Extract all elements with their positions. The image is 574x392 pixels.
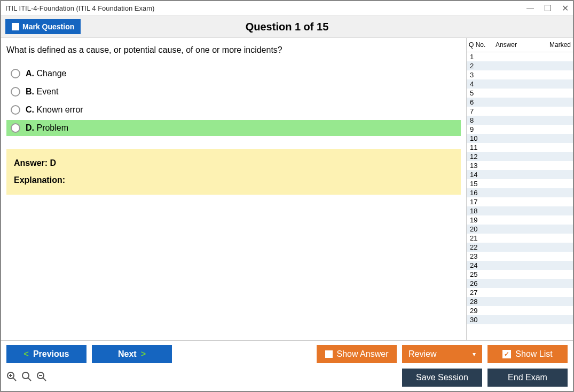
- question-list-row[interactable]: 13: [467, 161, 573, 170]
- option-label: A. Change: [26, 69, 67, 78]
- question-list-row[interactable]: 4: [467, 79, 573, 89]
- question-number: 21: [470, 234, 486, 242]
- question-list-row[interactable]: 3: [467, 70, 573, 79]
- question-number: 27: [470, 289, 486, 297]
- question-number: 4: [470, 80, 486, 88]
- question-list-row[interactable]: 30: [467, 315, 573, 324]
- answer-option[interactable]: A. Change: [6, 66, 461, 82]
- question-list-row[interactable]: 15: [467, 179, 573, 188]
- explanation-label: Explanation:: [14, 175, 453, 185]
- question-list-row[interactable]: 16: [467, 188, 573, 197]
- review-dropdown[interactable]: Review ▾: [402, 345, 482, 363]
- question-number: 20: [470, 225, 486, 233]
- svg-point-4: [22, 372, 29, 379]
- question-number: 18: [470, 207, 486, 215]
- previous-button[interactable]: < Previous: [6, 345, 87, 363]
- end-exam-button[interactable]: End Exam: [487, 369, 568, 387]
- answer-option[interactable]: D. Problem: [6, 120, 461, 136]
- window-title: ITIL ITIL-4-Foundation (ITIL 4 Foundatio…: [5, 4, 154, 12]
- show-answer-label: Show Answer: [337, 349, 389, 359]
- question-number: 24: [470, 261, 486, 269]
- review-label: Review: [408, 349, 436, 359]
- question-number: 14: [470, 171, 486, 179]
- show-list-checkbox-icon: ✓: [502, 350, 511, 358]
- question-list-row[interactable]: 10: [467, 134, 573, 143]
- question-list-row[interactable]: 21: [467, 234, 573, 243]
- question-list-row[interactable]: 25: [467, 270, 573, 279]
- question-list-row[interactable]: 29: [467, 306, 573, 315]
- question-list-row[interactable]: 24: [467, 261, 573, 270]
- titlebar: ITIL ITIL-4-Foundation (ITIL 4 Foundatio…: [1, 1, 573, 15]
- show-answer-button[interactable]: Show Answer: [317, 345, 397, 363]
- question-panel: What is defined as a cause, or potential…: [1, 38, 466, 340]
- show-list-button[interactable]: ✓ Show List: [487, 345, 568, 363]
- next-label: Next: [118, 349, 137, 359]
- show-list-label: Show List: [515, 349, 552, 359]
- question-list-row[interactable]: 27: [467, 288, 573, 297]
- question-heading: Question 1 of 15: [246, 21, 329, 33]
- question-list-row[interactable]: 23: [467, 252, 573, 261]
- question-list-row[interactable]: 18: [467, 206, 573, 215]
- question-list-row[interactable]: 19: [467, 215, 573, 225]
- question-list-row[interactable]: 17: [467, 197, 573, 206]
- next-button[interactable]: Next >: [92, 345, 172, 363]
- question-list-row[interactable]: 14: [467, 170, 573, 179]
- question-number: 26: [470, 279, 486, 287]
- end-exam-label: End Exam: [508, 373, 547, 382]
- col-answer: Answer: [496, 41, 544, 49]
- radio-icon: [11, 69, 20, 78]
- app-window: ITIL ITIL-4-Foundation (ITIL 4 Foundatio…: [0, 0, 574, 392]
- question-list-row[interactable]: 5: [467, 89, 573, 98]
- col-marked: Marked: [544, 41, 571, 49]
- radio-icon: [11, 87, 20, 97]
- question-list-header: Q No. Answer Marked: [467, 38, 573, 52]
- question-list-row[interactable]: 12: [467, 152, 573, 161]
- question-number: 10: [470, 134, 486, 142]
- option-label: B. Event: [26, 87, 58, 97]
- option-label: D. Problem: [26, 123, 68, 133]
- bottom-row-1: < Previous Next > Show Answer Review ▾ ✓…: [6, 345, 568, 363]
- question-list-row[interactable]: 11: [467, 143, 573, 152]
- zoom-in-icon[interactable]: [6, 371, 17, 385]
- question-list-row[interactable]: 6: [467, 98, 573, 107]
- question-number: 8: [470, 116, 486, 124]
- question-number: 2: [470, 62, 486, 70]
- caret-down-icon: ▾: [473, 350, 476, 358]
- question-list-row[interactable]: 8: [467, 116, 573, 125]
- bottom-bar: < Previous Next > Show Answer Review ▾ ✓…: [1, 340, 573, 391]
- save-session-button[interactable]: Save Session: [402, 369, 482, 387]
- answer-explanation-box: Answer: D Explanation:: [6, 149, 461, 195]
- minimize-icon[interactable]: [526, 4, 534, 13]
- question-number: 13: [470, 162, 486, 170]
- svg-line-1: [13, 378, 16, 381]
- question-number: 30: [470, 316, 486, 324]
- question-list-row[interactable]: 28: [467, 297, 573, 306]
- question-list-row[interactable]: 9: [467, 125, 573, 134]
- mark-question-checkbox-icon: [12, 23, 19, 30]
- question-text: What is defined as a cause, or potential…: [6, 45, 461, 55]
- mark-question-button[interactable]: Mark Question: [5, 19, 81, 34]
- answer-option[interactable]: B. Event: [6, 84, 461, 100]
- zoom-controls: [6, 371, 47, 385]
- zoom-reset-icon[interactable]: [21, 371, 32, 385]
- question-list-row[interactable]: 20: [467, 225, 573, 234]
- question-number: 17: [470, 198, 486, 206]
- question-list-row[interactable]: 26: [467, 279, 573, 288]
- question-list-row[interactable]: 7: [467, 107, 573, 116]
- answer-line: Answer: D: [14, 158, 453, 168]
- zoom-out-icon[interactable]: [36, 371, 47, 385]
- header-bar: Mark Question Question 1 of 15: [1, 15, 573, 38]
- question-number: 23: [470, 252, 486, 260]
- maximize-icon[interactable]: [545, 4, 551, 13]
- question-number: 11: [470, 143, 486, 151]
- close-icon[interactable]: ✕: [562, 3, 569, 13]
- option-label: C. Known error: [26, 105, 83, 115]
- answer-option[interactable]: C. Known error: [6, 102, 461, 118]
- question-number: 5: [470, 89, 486, 97]
- question-number: 29: [470, 307, 486, 315]
- question-list[interactable]: 1234567891011121314151617181920212223242…: [467, 52, 573, 340]
- question-number: 28: [470, 298, 486, 306]
- question-list-row[interactable]: 1: [467, 52, 573, 61]
- question-list-row[interactable]: 22: [467, 243, 573, 252]
- question-list-row[interactable]: 2: [467, 61, 573, 70]
